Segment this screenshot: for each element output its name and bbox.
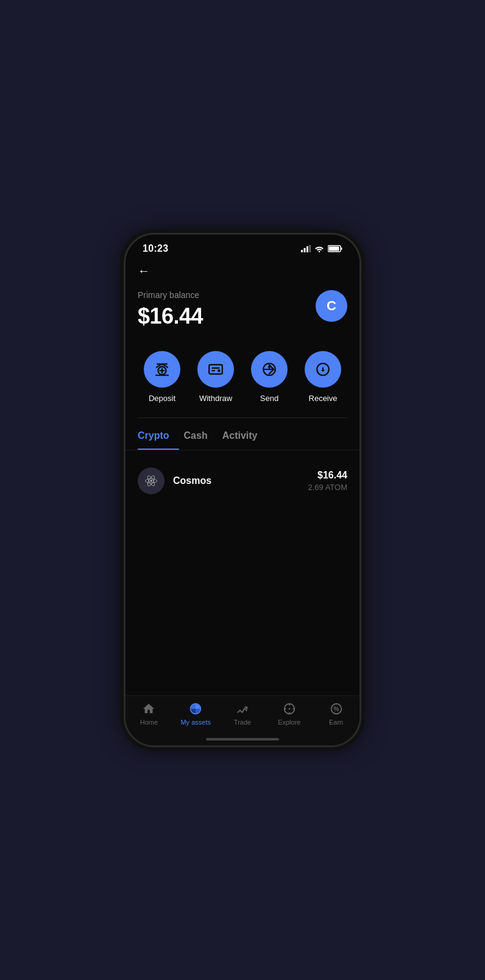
withdraw-circle [197,351,234,388]
deposit-action[interactable]: Deposit [144,351,180,403]
svg-rect-2 [306,246,308,252]
svg-rect-3 [310,245,311,252]
battery-icon [328,245,342,252]
balance-amount: $16.44 [138,304,203,329]
coinbase-logo[interactable]: C [316,290,347,322]
receive-action[interactable]: Receive [305,351,341,403]
tabs: Crypto Cash Activity [126,421,359,450]
status-time: 10:23 [143,243,168,254]
balance-section: Primary balance $16.44 [138,290,203,329]
send-action[interactable]: Send [251,351,288,403]
main-content: ← Primary balance $16.44 C [126,259,359,745]
withdraw-icon [208,361,224,377]
send-label: Send [260,394,278,403]
home-indicator [206,738,279,740]
send-icon [261,361,277,377]
nav-home-label: Home [140,719,158,726]
header: ← Primary balance $16.44 C [126,259,359,339]
action-buttons: Deposit Withdraw [126,339,359,417]
receive-label: Receive [309,394,338,403]
svg-point-10 [218,369,220,372]
tab-cash[interactable]: Cash [184,421,218,450]
cosmos-item[interactable]: Cosmos $16.44 2.69 ATOM [138,460,347,502]
withdraw-label: Withdraw [199,394,232,403]
svg-rect-6 [329,247,339,251]
nav-my-assets[interactable]: My assets [172,702,219,726]
receive-icon [315,361,331,377]
nav-my-assets-label: My assets [180,719,211,726]
wifi-icon [314,245,324,252]
svg-rect-9 [212,370,215,371]
deposit-label: Deposit [149,394,175,403]
back-button[interactable]: ← [138,264,150,278]
status-icons [301,245,342,252]
cosmos-icon [138,467,165,494]
cosmos-amount: 2.69 ATOM [308,483,347,492]
tab-crypto[interactable]: Crypto [138,421,179,450]
svg-rect-0 [301,250,303,252]
svg-point-12 [150,480,152,482]
atom-svg [143,473,159,489]
nav-earn[interactable]: % Earn [313,702,359,726]
cosmos-name: Cosmos [173,475,211,486]
nav-trade[interactable]: Trade [219,702,266,726]
explore-icon [283,702,296,715]
coinbase-logo-letter: C [327,298,336,314]
send-circle [251,351,288,388]
my-assets-icon [189,702,202,715]
svg-rect-5 [341,247,342,250]
cosmos-right: $16.44 2.69 ATOM [308,470,347,492]
cosmos-usd: $16.44 [308,470,347,481]
crypto-list: Cosmos $16.44 2.69 ATOM [126,450,359,511]
receive-circle [305,351,341,388]
deposit-icon [154,361,170,377]
svg-rect-7 [209,364,222,374]
svg-point-17 [288,708,290,710]
earn-icon: % [330,702,343,715]
nav-explore[interactable]: Explore [266,702,313,726]
cosmos-left: Cosmos [138,467,211,494]
svg-rect-8 [212,367,220,369]
balance-row: Primary balance $16.44 C [138,290,347,329]
balance-label: Primary balance [138,290,203,300]
trade-icon [236,702,249,715]
svg-rect-1 [304,248,306,252]
nav-home[interactable]: Home [126,702,172,726]
deposit-circle [144,351,180,388]
nav-earn-label: Earn [329,719,343,726]
withdraw-action[interactable]: Withdraw [197,351,234,403]
signal-icon [301,245,311,252]
svg-text:%: % [333,706,339,712]
home-icon [142,702,155,715]
nav-trade-label: Trade [234,719,251,726]
divider [138,417,347,418]
tab-activity[interactable]: Activity [222,421,267,450]
nav-explore-label: Explore [278,719,300,726]
